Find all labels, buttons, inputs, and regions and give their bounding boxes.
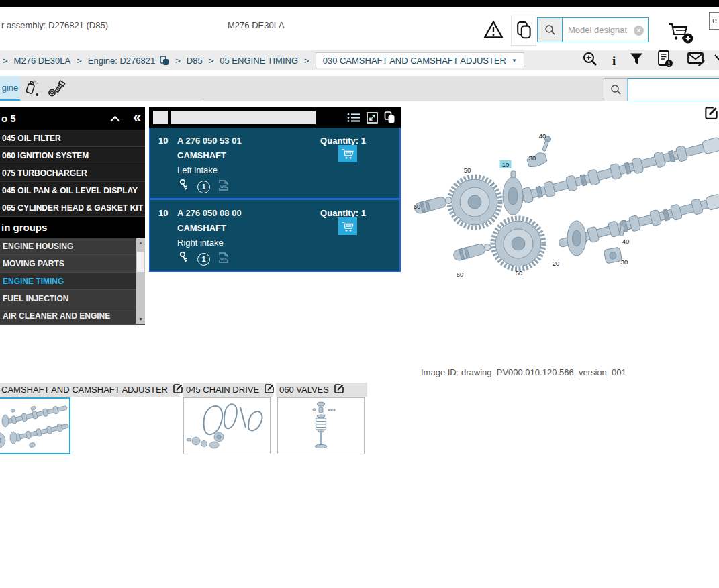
scroll-down-icon[interactable]: ▼ xyxy=(136,315,145,324)
wis-document-icon[interactable]: WIS xyxy=(218,252,229,266)
bolt-nut-icon[interactable] xyxy=(47,80,67,101)
edit-icon[interactable] xyxy=(334,384,344,395)
clear-search-icon[interactable]: × xyxy=(634,26,644,36)
breadcrumb-d85[interactable]: D85 xyxy=(187,56,203,66)
breadcrumb-model[interactable]: M276 DE30LA xyxy=(14,56,71,66)
scroll-up-icon[interactable]: ▲ xyxy=(136,238,145,247)
top-strip xyxy=(0,0,719,7)
edit-drawing-icon[interactable] xyxy=(705,107,718,122)
chevron-up-icon[interactable] xyxy=(109,113,121,126)
top5-header-label: o 5 xyxy=(0,113,16,124)
key-icon[interactable] xyxy=(179,179,189,195)
copy-engine-icon[interactable] xyxy=(160,56,169,66)
search-icon[interactable] xyxy=(604,78,628,101)
part-row-left-intake[interactable]: 10 A 276 050 53 01 CAMSHAFT Left intake … xyxy=(150,128,399,198)
add-to-cart-button[interactable] xyxy=(338,145,357,162)
callout-20[interactable]: 20 xyxy=(553,260,560,267)
expand-icon[interactable] xyxy=(367,112,378,126)
breadcrumb-toolbar: i xyxy=(583,50,706,70)
scrollbar-thumb[interactable] xyxy=(137,252,144,272)
parts-list-panel: 10 A 276 050 53 01 CAMSHAFT Left intake … xyxy=(149,107,401,272)
footnote-1-icon[interactable]: 1 xyxy=(197,181,210,193)
footnote-1-icon[interactable]: 1 xyxy=(197,253,210,266)
key-icon[interactable] xyxy=(179,251,189,267)
scrollbar-box[interactable] xyxy=(153,111,168,124)
callout-50-bottom[interactable]: 50 xyxy=(516,269,523,277)
corner-letter-box: e xyxy=(709,12,719,30)
warning-icon[interactable] xyxy=(483,20,504,42)
filter-search-box xyxy=(604,78,719,101)
breadcrumb-separator: > xyxy=(77,56,82,66)
camshaft-adjuster-top[interactable] xyxy=(449,177,500,228)
cap-30-right[interactable] xyxy=(604,247,622,264)
chain-drive-thumbnail-image xyxy=(184,398,270,454)
callout-10[interactable]: 10 xyxy=(502,161,510,168)
subgroup-dropdown-label: 030 CAMSHAFT AND CAMSHAFT ADJUSTER xyxy=(323,56,506,66)
edit-icon[interactable] xyxy=(173,384,183,395)
part-variant: Left intake xyxy=(177,165,218,175)
clipped-toolbar-icon[interactable] xyxy=(714,54,719,68)
thumbnail-chain-drive[interactable] xyxy=(183,397,271,454)
camshaft-adjuster-bottom[interactable] xyxy=(493,218,544,269)
add-to-cart-button[interactable] xyxy=(338,217,357,235)
info-icon[interactable]: i xyxy=(612,54,616,67)
group-item-engine-housing[interactable]: ENGINE HOUSING xyxy=(0,238,145,255)
list-view-icon[interactable] xyxy=(347,113,361,126)
breadcrumb-separator: > xyxy=(3,56,8,66)
group-item-engine-timing[interactable]: ENGINE TIMING xyxy=(0,273,145,290)
mail-edit-icon[interactable] xyxy=(687,52,706,70)
callout-60-top[interactable]: 60 xyxy=(414,203,421,210)
tab-underline xyxy=(0,101,201,101)
sidebar-item-cylinder-head[interactable]: 065 CYLINDER HEAD & GASKET KIT xyxy=(0,199,145,217)
group-item-air-cleaner[interactable]: AIR CLEANER AND ENGINE xyxy=(0,307,145,325)
group-item-moving-parts[interactable]: MOVING PARTS xyxy=(0,255,145,273)
camshaft-top[interactable] xyxy=(510,136,719,207)
shopping-cart-button[interactable] xyxy=(665,19,696,46)
breadcrumb-engine[interactable]: Engine: D276821 xyxy=(88,56,155,66)
breadcrumb-separator: > xyxy=(304,56,309,66)
assembly-label: r assembly: D276821 (D85) xyxy=(1,20,108,30)
breadcrumb-group[interactable]: 05 ENGINE TIMING xyxy=(220,56,298,66)
scrollbar-track[interactable] xyxy=(171,111,316,124)
collapse-sidebar-icon[interactable]: « xyxy=(133,109,141,125)
image-id-label: Image ID: drawing_PV000.010.120.566_vers… xyxy=(421,367,626,377)
group-item-fuel-injection[interactable]: FUEL INJECTION xyxy=(0,290,145,307)
parts-diagram[interactable]: 40 30 10 50 60 20 50 60 40 30 xyxy=(403,124,719,289)
callout-60-bottom[interactable]: 60 xyxy=(457,271,464,278)
callout-50-top[interactable]: 50 xyxy=(464,166,471,174)
sidebar-scrollbar[interactable]: ▲ ▼ xyxy=(136,238,145,324)
filter-icon[interactable] xyxy=(630,53,643,68)
part-row-right-intake[interactable]: 10 A 276 050 08 00 CAMSHAFT Right intake… xyxy=(150,198,399,271)
valves-thumbnail-image xyxy=(278,398,364,454)
thumbnail-header-camshaft: CAMSHAFT AND CAMSHAFT ADJUSTER xyxy=(0,383,180,397)
sidebar-item-oil-filter[interactable]: 045 OIL FILTER xyxy=(0,130,145,147)
part-name: CAMSHAFT xyxy=(177,150,226,160)
document-alert-icon[interactable] xyxy=(657,50,673,70)
sidebar-item-oil-pan[interactable]: 045 OIL PAN & OIL LEVEL DISPLAY xyxy=(0,182,145,199)
callout-30-top[interactable]: 30 xyxy=(529,154,536,162)
sidebar-item-turbocharger[interactable]: 075 TURBOCHARGER xyxy=(0,164,145,182)
callout-40-top[interactable]: 40 xyxy=(539,132,546,140)
callout-40-right[interactable]: 40 xyxy=(622,238,630,245)
callout-30-right[interactable]: 30 xyxy=(621,258,628,266)
flange-20[interactable] xyxy=(567,221,586,256)
filter-search-input[interactable] xyxy=(628,78,719,101)
tab-engine[interactable]: gine xyxy=(0,76,20,101)
breadcrumb-separator: > xyxy=(209,56,214,66)
part-position: 10 xyxy=(158,208,168,218)
thumbnail-camshaft-selected[interactable] xyxy=(0,397,70,454)
wis-document-icon[interactable]: WIS xyxy=(218,179,229,194)
zoom-in-icon[interactable] xyxy=(583,52,598,70)
svg-text:WIS: WIS xyxy=(220,257,228,261)
lubricant-spray-icon[interactable] xyxy=(24,79,42,100)
app-header: r assembly: D276821 (D85) M276 DE30LA × … xyxy=(0,7,719,50)
flange-10[interactable] xyxy=(503,171,523,215)
sidebar-item-ignition[interactable]: 060 IGNITION SYSTEM xyxy=(0,147,145,164)
search-icon[interactable] xyxy=(538,18,563,42)
edit-icon[interactable] xyxy=(265,384,274,395)
thumbnail-valves[interactable] xyxy=(277,397,365,454)
subgroup-dropdown[interactable]: 030 CAMSHAFT AND CAMSHAFT ADJUSTER ▼ xyxy=(316,52,524,68)
compare-copy-button[interactable] xyxy=(511,15,536,46)
spool-60-bottom[interactable] xyxy=(452,242,492,262)
copy-list-icon[interactable] xyxy=(384,111,395,126)
